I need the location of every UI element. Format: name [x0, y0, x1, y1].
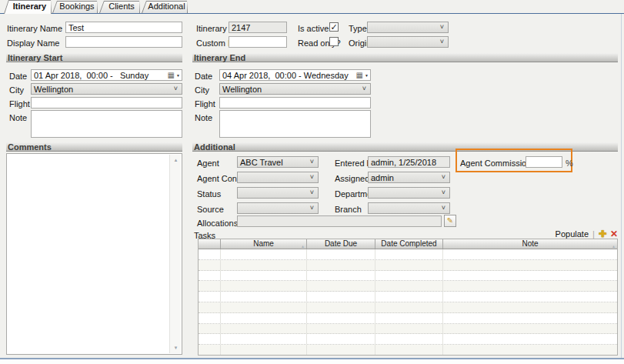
end-date-editor[interactable]: ▦ ▼: [219, 69, 371, 81]
department-select[interactable]: ˅: [368, 187, 450, 199]
end-flight-label: Flight: [195, 99, 215, 109]
table-row[interactable]: [199, 345, 617, 355]
end-date-input[interactable]: [220, 71, 353, 80]
chevron-down-icon: ˅: [438, 172, 449, 182]
table-row[interactable]: [199, 313, 617, 324]
source-label: Source: [197, 205, 224, 214]
table-cell: [199, 249, 221, 259]
status-select[interactable]: ˅: [237, 187, 319, 199]
chevron-down-icon: ˅: [170, 84, 182, 94]
table-cell: [375, 334, 443, 344]
itinerary-id-field[interactable]: [229, 22, 287, 33]
allocations-label: Allocations: [197, 219, 238, 228]
table-cell: [443, 324, 617, 334]
start-flight-input[interactable]: [31, 97, 182, 109]
branch-select[interactable]: ˅: [368, 202, 450, 214]
table-cell: [307, 345, 375, 355]
read-only-checkbox[interactable]: [329, 37, 339, 46]
table-cell: [199, 281, 221, 291]
agent-value: ABC Travel: [238, 158, 306, 167]
tab-bookings[interactable]: Bookings: [52, 1, 98, 13]
table-cell: [199, 345, 221, 355]
table-row[interactable]: [199, 334, 617, 345]
tasks-column-header[interactable]: Name▲: [221, 239, 307, 249]
table-row[interactable]: [199, 281, 617, 292]
tab-label: Clients: [99, 1, 140, 12]
table-cell: [443, 271, 617, 281]
is-active-checkbox[interactable]: ✓: [329, 22, 339, 32]
allocations-edit-button[interactable]: ✎: [444, 215, 456, 227]
table-row[interactable]: [199, 260, 617, 271]
add-task-plus-icon[interactable]: ✚: [599, 229, 606, 239]
start-city-select[interactable]: Wellington ˅: [31, 83, 182, 95]
tab-additional[interactable]: Additional: [142, 1, 188, 13]
tasks-column-header[interactable]: [199, 239, 221, 249]
table-cell: [307, 249, 375, 259]
end-city-label: City: [195, 85, 209, 95]
custom-id-input[interactable]: [229, 36, 287, 48]
start-date-editor[interactable]: ▦ ▼: [31, 69, 182, 81]
agent-contact-select[interactable]: ˅: [237, 172, 319, 183]
chevron-down-icon: ˅: [438, 188, 449, 198]
start-flight-label: Flight: [9, 99, 30, 109]
table-cell: [375, 281, 443, 291]
agent-commission-input[interactable]: [526, 156, 562, 168]
end-date-picker-button[interactable]: ▦ ▼: [353, 70, 370, 80]
end-city-select[interactable]: Wellington ˅: [219, 83, 371, 95]
origin-select[interactable]: ˅: [367, 36, 449, 48]
comments-textarea[interactable]: ▲ ▼: [6, 153, 182, 355]
chevron-down-icon: ˅: [306, 203, 318, 213]
table-row[interactable]: [199, 271, 617, 282]
entered-by-field[interactable]: [368, 156, 450, 168]
table-cell: [221, 334, 307, 344]
table-cell: [307, 281, 375, 291]
calendar-icon: ▦: [168, 72, 175, 79]
table-cell: [221, 281, 307, 291]
tab-itinerary[interactable]: Itinerary: [4, 0, 52, 14]
scroll-down-icon[interactable]: ▼: [170, 342, 182, 353]
window-bottom-strip: [0, 359, 624, 364]
start-date-input[interactable]: [32, 71, 165, 80]
table-cell: [443, 302, 617, 312]
tasks-column-header[interactable]: Date Due: [307, 239, 375, 249]
allocations-input[interactable]: [237, 215, 442, 227]
table-cell: [443, 334, 617, 344]
comments-scrollbar[interactable]: ▲ ▼: [169, 155, 181, 353]
start-date-picker-button[interactable]: ▦ ▼: [165, 70, 182, 80]
chevron-down-icon: ˅: [306, 157, 318, 167]
chevron-down-icon: ˅: [359, 84, 370, 94]
itinerary-name-input[interactable]: [65, 22, 182, 33]
tasks-column-header[interactable]: Note▲: [443, 239, 617, 249]
start-note-textarea[interactable]: [31, 110, 182, 138]
table-row[interactable]: [199, 302, 617, 313]
start-city-value: Wellington: [32, 85, 170, 94]
table-cell: [199, 313, 221, 323]
table-row[interactable]: [199, 249, 617, 260]
table-row[interactable]: [199, 292, 617, 302]
end-flight-input[interactable]: [219, 97, 371, 109]
toolbar-separator: |: [592, 229, 595, 239]
comments-header: Comments: [6, 142, 182, 152]
tasks-column-header[interactable]: Date Completed: [375, 239, 443, 249]
table-cell: [443, 249, 617, 259]
tab-clients[interactable]: Clients: [99, 1, 140, 13]
table-row[interactable]: [199, 324, 617, 335]
end-note-textarea[interactable]: [219, 110, 371, 138]
populate-link[interactable]: Populate: [556, 229, 589, 239]
type-select[interactable]: ˅: [367, 22, 449, 33]
table-cell: [307, 334, 375, 344]
display-name-input[interactable]: [65, 36, 182, 48]
table-cell: [221, 313, 307, 323]
assigned-to-select[interactable]: admin ˅: [368, 172, 450, 183]
source-select[interactable]: ˅: [237, 202, 319, 214]
table-cell: [199, 271, 221, 281]
delete-task-x-icon[interactable]: ✕: [610, 229, 618, 239]
dropdown-arrow-icon: ▼: [365, 73, 369, 78]
display-name-label: Display Name: [7, 38, 59, 48]
branch-label: Branch: [335, 205, 362, 214]
column-header-label: Date Completed: [381, 239, 436, 248]
scroll-up-icon[interactable]: ▲: [170, 155, 182, 165]
table-cell: [443, 292, 617, 302]
agent-select[interactable]: ABC Travel ˅: [237, 156, 319, 168]
table-cell: [443, 281, 617, 291]
